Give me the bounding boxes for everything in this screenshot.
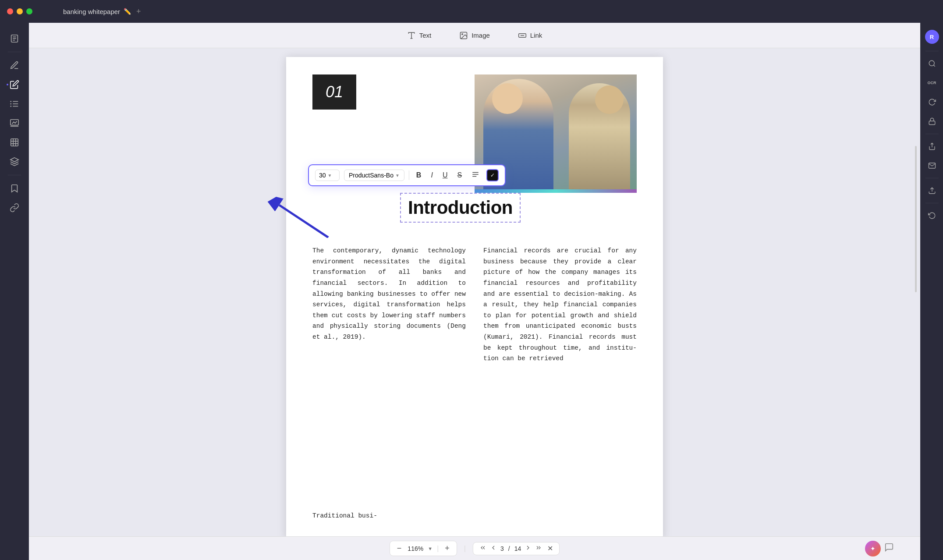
titlebar: banking whitepaper ✏️ + — [0, 0, 943, 23]
document-page: 01 — [286, 57, 663, 536]
search-button[interactable] — [923, 55, 941, 72]
page-first-button[interactable] — [479, 544, 486, 553]
svg-point-7 — [10, 101, 11, 102]
svg-rect-12 — [11, 139, 18, 146]
svg-line-30 — [933, 65, 935, 66]
color-check-icon: ✓ — [490, 172, 495, 178]
sidebar-divider-2 — [8, 175, 21, 175]
sidebar-item-edit[interactable] — [6, 76, 23, 93]
sidebar-item-highlight[interactable] — [6, 57, 23, 74]
chat-button[interactable] — [884, 542, 894, 554]
close-window-button[interactable] — [7, 8, 13, 14]
mail-button[interactable] — [923, 157, 941, 174]
right-sidebar-divider-3 — [925, 178, 939, 178]
total-pages-number: 14 — [514, 545, 521, 552]
sidebar-item-chart[interactable] — [6, 114, 23, 132]
formatting-toolbar: 30 ▼ ProductSans-Bo ▼ B I U S — [308, 164, 506, 186]
app-layout: Text Image Link — [0, 23, 943, 560]
svg-point-8 — [10, 103, 11, 105]
maximize-window-button[interactable] — [26, 8, 32, 14]
bold-button[interactable]: B — [414, 170, 424, 181]
font-name-control[interactable]: ProductSans-Bo ▼ — [344, 170, 404, 181]
page-close-button[interactable]: ✕ — [547, 544, 553, 553]
sidebar-item-bookmark[interactable] — [6, 180, 23, 197]
left-body-text-2: Traditional busi- — [312, 510, 466, 521]
image-tool-button[interactable]: Image — [454, 28, 495, 43]
undo-button[interactable] — [923, 207, 941, 224]
user-avatar: R — [925, 30, 939, 44]
text-tool-label: Text — [419, 32, 432, 39]
svg-rect-31 — [929, 121, 935, 124]
color-picker-button[interactable]: ✓ — [486, 169, 499, 181]
bottom-bar: − 116% ▼ | + | 3 — [29, 536, 920, 560]
left-sidebar — [0, 23, 29, 560]
minimize-window-button[interactable] — [17, 8, 23, 14]
right-sidebar: R OCR — [920, 23, 943, 560]
fmt-divider-1 — [409, 170, 409, 180]
page-next-button[interactable] — [525, 544, 532, 553]
sidebar-divider-1 — [8, 52, 21, 52]
font-size-value: 30 — [319, 172, 326, 179]
lock-button[interactable] — [923, 113, 941, 130]
save-to-cloud-button[interactable] — [923, 182, 941, 199]
current-page-number: 3 — [500, 545, 504, 552]
zoom-value: 116% — [407, 545, 424, 552]
strikethrough-button[interactable]: S — [454, 170, 464, 181]
font-size-chevron-icon: ▼ — [328, 173, 332, 178]
link-tool-button[interactable]: Link — [513, 28, 548, 43]
right-sidebar-divider-1 — [925, 51, 939, 51]
image-tool-label: Image — [472, 32, 490, 39]
page-number: 01 — [326, 83, 343, 101]
link-tool-label: Link — [530, 32, 542, 39]
right-sidebar-divider-4 — [925, 203, 939, 203]
ocr-button[interactable]: OCR — [923, 74, 941, 92]
align-button[interactable] — [469, 169, 482, 182]
svg-line-28 — [279, 192, 328, 251]
share-button[interactable] — [923, 138, 941, 155]
italic-button[interactable]: I — [428, 170, 435, 181]
sidebar-item-layers[interactable] — [6, 153, 23, 170]
font-name-value: ProductSans-Bo — [349, 172, 394, 179]
sidebar-item-document[interactable] — [6, 30, 23, 47]
right-sidebar-divider-2 — [925, 134, 939, 134]
page-controls: 3 / 14 ✕ — [473, 542, 560, 555]
svg-marker-17 — [10, 158, 18, 162]
page-separator: / — [508, 545, 510, 552]
underline-button[interactable]: U — [440, 170, 450, 181]
refresh-button[interactable] — [923, 93, 941, 111]
page-last-button[interactable] — [535, 544, 542, 553]
zoom-dropdown-button[interactable]: ▼ — [428, 546, 433, 551]
title-area: banking whitepaper ✏️ + — [63, 7, 141, 16]
bottom-right-area: ✦ — [865, 541, 894, 556]
zoom-out-button[interactable]: − — [395, 543, 404, 554]
rename-button[interactable]: ✏️ — [124, 8, 131, 15]
font-size-control[interactable]: 30 ▼ — [315, 170, 340, 181]
svg-point-21 — [462, 33, 463, 35]
left-body-text: The contemporary, dynamic technology env… — [312, 245, 466, 364]
body-content: The contemporary, dynamic technology env… — [312, 245, 637, 364]
svg-point-9 — [10, 106, 11, 107]
right-body-text: Financial records are crucial for any bu… — [483, 245, 637, 364]
zoom-in-button[interactable]: + — [443, 543, 451, 554]
text-tool-button[interactable]: Text — [402, 28, 437, 43]
content-area: 01 — [29, 48, 920, 536]
scrollbar[interactable] — [915, 146, 917, 292]
top-toolbar: Text Image Link — [29, 23, 920, 48]
photo-accent-bar — [475, 189, 637, 193]
zoom-controls: − 116% ▼ | + — [390, 541, 457, 556]
sidebar-item-link[interactable] — [6, 199, 23, 216]
document-title: banking whitepaper — [63, 8, 120, 15]
add-tab-button[interactable]: + — [136, 7, 141, 16]
introduction-heading: Introduction — [408, 197, 513, 218]
page-prev-button[interactable] — [490, 544, 497, 553]
svg-point-29 — [929, 60, 934, 66]
sidebar-item-table[interactable] — [6, 134, 23, 151]
font-name-chevron-icon: ▼ — [395, 173, 400, 178]
heading-container[interactable]: Introduction — [400, 193, 521, 223]
ai-assistant-button[interactable]: ✦ — [865, 541, 881, 556]
sidebar-item-list[interactable] — [6, 95, 23, 113]
page-number-block: 01 — [312, 74, 356, 110]
window-controls — [7, 8, 32, 14]
